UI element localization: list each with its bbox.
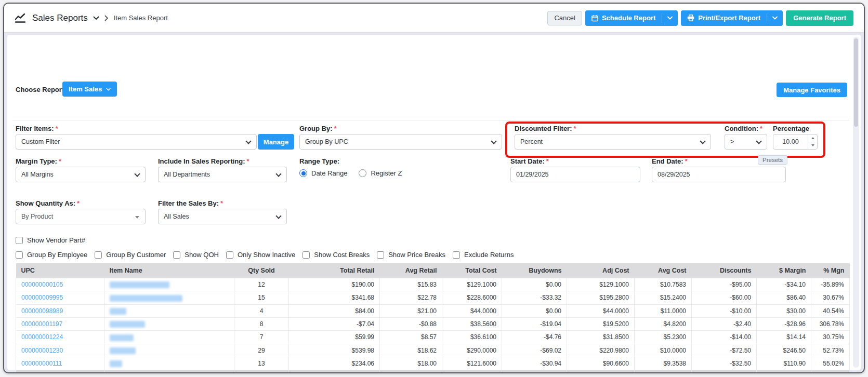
upc-link[interactable]: 000000009995 [21,294,63,301]
upc-link[interactable]: 000000098989 [21,307,63,315]
cancel-button[interactable]: Cancel [547,11,582,25]
checkbox-box[interactable] [453,251,460,259]
checkbox-exclude-returns[interactable]: Exclude Returns [453,251,514,259]
cell-discounts: -$2.40 [692,317,757,330]
report-table-body: 00000000010512$190.00$15.83$129.1000$0.0… [16,278,850,370]
checkbox-box[interactable] [377,251,384,259]
upc-link[interactable]: 000000001197 [21,320,62,328]
top-bar: Sales Reports Item Sales Report Cancel S… [4,4,864,33]
condition-value: > [730,138,734,145]
upc-cell: 000000001197 [16,317,104,330]
filter-sales-by-select[interactable]: All Sales [158,209,287,224]
cell-pct-margin: 30.67% [811,291,850,304]
condition-select[interactable]: > [725,134,767,150]
item-name-cell [104,304,234,317]
cell-total-retail: $539.98 [289,344,380,357]
cell-total-retail: $341.68 [289,291,380,304]
percentage-input[interactable] [773,134,808,149]
cell-margin: $246.50 [757,344,811,357]
required-asterisk: * [546,157,549,165]
manage-favorites-button[interactable]: Manage Favorites [777,83,847,97]
cell-buydowns: $0.00 [502,304,567,317]
print-export-dropdown-caret[interactable] [767,14,783,23]
group-by-select[interactable]: Group By UPC [299,134,502,150]
filter-items-select[interactable]: Custom Filter [16,134,257,150]
table-row: 0000000011978-$7.04-$0.88$38.5600-$19.04… [16,317,850,330]
item-name-cell [104,291,234,304]
schedule-report-dropdown-caret[interactable] [662,14,678,23]
checkbox-show-price-breaks[interactable]: Show Price Breaks [377,251,445,259]
scrollbar-thumb[interactable] [854,38,858,127]
cell-buydowns: -$33.32 [502,291,567,304]
upc-link[interactable]: 000000001230 [21,347,63,354]
margin-type-value: All Margins [21,171,54,178]
cell-avg-retail: $21.00 [380,304,442,317]
schedule-report-button[interactable]: Schedule Report [585,10,678,26]
table-row: 00000000011113$234.06$18.00$121.6000-$30… [16,357,850,370]
checkbox-label: Show QOH [185,251,219,259]
checkbox-box[interactable] [95,251,102,259]
checkbox-box[interactable] [173,251,180,259]
presets-button[interactable]: Presets [758,155,787,165]
radio-icon[interactable] [299,169,307,177]
spinner-up-icon[interactable] [808,134,817,142]
app-window: Sales Reports Item Sales Report Cancel S… [3,3,865,373]
radio-date-range[interactable]: Date Range [299,169,347,177]
cell-discounts: -$72.50 [692,344,757,357]
schedule-report-label: Schedule Report [602,14,655,22]
grand-totals-row: Grand Totals: 88 $1,442.67 $16.39 $888.4… [16,370,850,373]
cell-margin: -$28.96 [757,317,811,330]
options-checkbox-row: Group By Employee Group By Customer Show… [16,251,514,259]
item-name-cell [104,357,234,370]
print-export-report-button[interactable]: Print/Export Report [681,10,783,26]
group-by-value: Group By UPC [305,138,348,145]
title-chevron-down-icon[interactable] [93,16,99,20]
checkbox-group-by-employee[interactable]: Group By Employee [16,251,87,259]
checkbox-label: Group By Customer [106,251,166,259]
upc-link[interactable]: 000000000111 [21,360,62,367]
start-date-label: Start Date:* [510,157,549,165]
cell-pct-margin: 55.02% [811,357,850,370]
show-vendor-part-label: Show Vendor Part# [27,236,85,244]
spinner-down-icon[interactable] [808,142,817,150]
range-type-label: Range Type: [299,157,339,165]
end-date-input[interactable] [652,167,786,182]
grand-avg-cost: $10.10 [635,370,692,373]
generate-report-button[interactable]: Generate Report [786,10,853,26]
manage-filter-button[interactable]: Manage [258,134,294,150]
checkbox-box[interactable] [226,251,233,259]
condition-label: Condition:* [725,125,762,132]
discounted-filter-select[interactable]: Percent [515,134,711,150]
checkbox-show-qoh[interactable]: Show QOH [173,251,219,259]
checkbox-group-by-customer[interactable]: Group By Customer [95,251,166,259]
cell-qty-sold: 12 [234,278,289,291]
start-date-input[interactable] [510,167,640,182]
margin-type-select[interactable]: All Margins [16,167,146,182]
checkbox-box[interactable] [16,251,23,259]
checkbox-box[interactable] [303,251,310,259]
choose-report-label: Choose Report [16,86,64,93]
upc-link[interactable]: 000000000105 [21,281,63,288]
cell-pct-margin: 30.75% [811,331,850,344]
cell-pct-margin: 40.54% [811,304,850,317]
print-export-report-label: Print/Export Report [698,14,760,22]
cell-qty-sold: 8 [234,317,289,330]
required-asterisk: * [685,157,688,165]
vertical-scrollbar[interactable] [853,37,859,368]
show-quantity-as-select[interactable]: By Product [16,209,146,224]
radio-register-z[interactable]: Register Z [359,169,402,177]
include-in-sales-reporting-value: All Departments [164,171,210,178]
report-type-select[interactable]: Item Sales [62,82,117,97]
upc-link[interactable]: 000000001224 [21,333,63,341]
percentage-spinner[interactable] [808,134,817,149]
radio-icon[interactable] [359,169,366,177]
checkbox-box[interactable] [16,237,23,244]
show-vendor-part-checkbox[interactable]: Show Vendor Part# [16,236,85,244]
checkbox-show-cost-breaks[interactable]: Show Cost Breaks [303,251,370,259]
include-in-sales-reporting-select[interactable]: All Departments [158,167,287,182]
grand-discounts: -$286.40 [692,370,757,373]
cell-avg-retail: $22.78 [380,291,442,304]
end-date-label: End Date:* [652,157,688,165]
grand-totals-empty [104,370,234,373]
checkbox-only-show-inactive[interactable]: Only Show Inactive [226,251,295,259]
